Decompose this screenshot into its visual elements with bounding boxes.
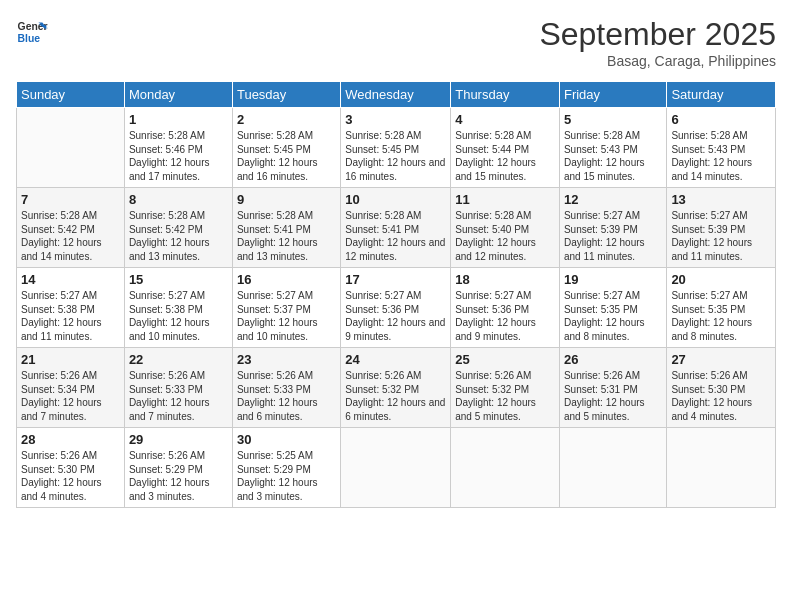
calendar-cell: 9Sunrise: 5:28 AMSunset: 5:41 PMDaylight… (232, 188, 340, 268)
day-number: 8 (129, 192, 228, 207)
calendar-cell (451, 428, 560, 508)
calendar-cell (559, 428, 666, 508)
day-info: Sunrise: 5:28 AMSunset: 5:46 PMDaylight:… (129, 129, 228, 183)
calendar-cell: 22Sunrise: 5:26 AMSunset: 5:33 PMDayligh… (124, 348, 232, 428)
calendar-cell: 14Sunrise: 5:27 AMSunset: 5:38 PMDayligh… (17, 268, 125, 348)
day-info: Sunrise: 5:26 AMSunset: 5:30 PMDaylight:… (21, 449, 120, 503)
day-number: 12 (564, 192, 662, 207)
day-info: Sunrise: 5:26 AMSunset: 5:32 PMDaylight:… (455, 369, 555, 423)
calendar-cell: 10Sunrise: 5:28 AMSunset: 5:41 PMDayligh… (341, 188, 451, 268)
day-number: 11 (455, 192, 555, 207)
day-info: Sunrise: 5:27 AMSunset: 5:38 PMDaylight:… (129, 289, 228, 343)
day-info: Sunrise: 5:28 AMSunset: 5:41 PMDaylight:… (345, 209, 446, 263)
day-info: Sunrise: 5:28 AMSunset: 5:40 PMDaylight:… (455, 209, 555, 263)
day-info: Sunrise: 5:28 AMSunset: 5:45 PMDaylight:… (345, 129, 446, 183)
day-number: 3 (345, 112, 446, 127)
day-number: 25 (455, 352, 555, 367)
day-info: Sunrise: 5:27 AMSunset: 5:38 PMDaylight:… (21, 289, 120, 343)
day-number: 1 (129, 112, 228, 127)
calendar-cell: 6Sunrise: 5:28 AMSunset: 5:43 PMDaylight… (667, 108, 776, 188)
calendar-cell: 15Sunrise: 5:27 AMSunset: 5:38 PMDayligh… (124, 268, 232, 348)
day-number: 29 (129, 432, 228, 447)
calendar-cell: 20Sunrise: 5:27 AMSunset: 5:35 PMDayligh… (667, 268, 776, 348)
title-block: September 2025 Basag, Caraga, Philippine… (539, 16, 776, 69)
calendar-cell: 25Sunrise: 5:26 AMSunset: 5:32 PMDayligh… (451, 348, 560, 428)
day-number: 30 (237, 432, 336, 447)
svg-text:Blue: Blue (18, 33, 41, 44)
day-number: 24 (345, 352, 446, 367)
calendar-week-3: 14Sunrise: 5:27 AMSunset: 5:38 PMDayligh… (17, 268, 776, 348)
day-info: Sunrise: 5:28 AMSunset: 5:44 PMDaylight:… (455, 129, 555, 183)
calendar-week-1: 1Sunrise: 5:28 AMSunset: 5:46 PMDaylight… (17, 108, 776, 188)
logo: General Blue (16, 16, 48, 48)
calendar-cell: 13Sunrise: 5:27 AMSunset: 5:39 PMDayligh… (667, 188, 776, 268)
calendar-week-2: 7Sunrise: 5:28 AMSunset: 5:42 PMDaylight… (17, 188, 776, 268)
day-number: 23 (237, 352, 336, 367)
day-info: Sunrise: 5:26 AMSunset: 5:33 PMDaylight:… (129, 369, 228, 423)
col-header-thursday: Thursday (451, 82, 560, 108)
calendar-cell: 1Sunrise: 5:28 AMSunset: 5:46 PMDaylight… (124, 108, 232, 188)
calendar-cell: 29Sunrise: 5:26 AMSunset: 5:29 PMDayligh… (124, 428, 232, 508)
day-number: 5 (564, 112, 662, 127)
calendar-cell: 21Sunrise: 5:26 AMSunset: 5:34 PMDayligh… (17, 348, 125, 428)
calendar-cell: 16Sunrise: 5:27 AMSunset: 5:37 PMDayligh… (232, 268, 340, 348)
day-number: 19 (564, 272, 662, 287)
calendar-cell: 8Sunrise: 5:28 AMSunset: 5:42 PMDaylight… (124, 188, 232, 268)
day-number: 21 (21, 352, 120, 367)
day-number: 2 (237, 112, 336, 127)
day-info: Sunrise: 5:27 AMSunset: 5:36 PMDaylight:… (455, 289, 555, 343)
col-header-sunday: Sunday (17, 82, 125, 108)
day-info: Sunrise: 5:27 AMSunset: 5:35 PMDaylight:… (564, 289, 662, 343)
day-info: Sunrise: 5:26 AMSunset: 5:29 PMDaylight:… (129, 449, 228, 503)
calendar-cell: 28Sunrise: 5:26 AMSunset: 5:30 PMDayligh… (17, 428, 125, 508)
col-header-friday: Friday (559, 82, 666, 108)
day-number: 16 (237, 272, 336, 287)
col-header-saturday: Saturday (667, 82, 776, 108)
calendar-cell: 4Sunrise: 5:28 AMSunset: 5:44 PMDaylight… (451, 108, 560, 188)
calendar-cell: 17Sunrise: 5:27 AMSunset: 5:36 PMDayligh… (341, 268, 451, 348)
calendar-cell: 7Sunrise: 5:28 AMSunset: 5:42 PMDaylight… (17, 188, 125, 268)
calendar-cell: 26Sunrise: 5:26 AMSunset: 5:31 PMDayligh… (559, 348, 666, 428)
day-number: 20 (671, 272, 771, 287)
calendar-cell: 11Sunrise: 5:28 AMSunset: 5:40 PMDayligh… (451, 188, 560, 268)
location-subtitle: Basag, Caraga, Philippines (539, 53, 776, 69)
calendar-cell: 24Sunrise: 5:26 AMSunset: 5:32 PMDayligh… (341, 348, 451, 428)
calendar-cell: 2Sunrise: 5:28 AMSunset: 5:45 PMDaylight… (232, 108, 340, 188)
day-info: Sunrise: 5:28 AMSunset: 5:42 PMDaylight:… (21, 209, 120, 263)
page-header: General Blue September 2025 Basag, Carag… (16, 16, 776, 69)
month-title: September 2025 (539, 16, 776, 53)
calendar-cell: 19Sunrise: 5:27 AMSunset: 5:35 PMDayligh… (559, 268, 666, 348)
day-info: Sunrise: 5:28 AMSunset: 5:45 PMDaylight:… (237, 129, 336, 183)
day-info: Sunrise: 5:25 AMSunset: 5:29 PMDaylight:… (237, 449, 336, 503)
day-info: Sunrise: 5:27 AMSunset: 5:37 PMDaylight:… (237, 289, 336, 343)
calendar-cell: 3Sunrise: 5:28 AMSunset: 5:45 PMDaylight… (341, 108, 451, 188)
calendar-cell: 5Sunrise: 5:28 AMSunset: 5:43 PMDaylight… (559, 108, 666, 188)
calendar-week-4: 21Sunrise: 5:26 AMSunset: 5:34 PMDayligh… (17, 348, 776, 428)
calendar-cell (17, 108, 125, 188)
calendar-cell (341, 428, 451, 508)
day-info: Sunrise: 5:28 AMSunset: 5:41 PMDaylight:… (237, 209, 336, 263)
day-info: Sunrise: 5:28 AMSunset: 5:43 PMDaylight:… (564, 129, 662, 183)
day-number: 28 (21, 432, 120, 447)
day-number: 17 (345, 272, 446, 287)
day-number: 6 (671, 112, 771, 127)
day-info: Sunrise: 5:27 AMSunset: 5:36 PMDaylight:… (345, 289, 446, 343)
day-info: Sunrise: 5:28 AMSunset: 5:42 PMDaylight:… (129, 209, 228, 263)
col-header-tuesday: Tuesday (232, 82, 340, 108)
day-number: 15 (129, 272, 228, 287)
calendar-cell: 12Sunrise: 5:27 AMSunset: 5:39 PMDayligh… (559, 188, 666, 268)
calendar-header-row: SundayMondayTuesdayWednesdayThursdayFrid… (17, 82, 776, 108)
day-info: Sunrise: 5:26 AMSunset: 5:30 PMDaylight:… (671, 369, 771, 423)
calendar-week-5: 28Sunrise: 5:26 AMSunset: 5:30 PMDayligh… (17, 428, 776, 508)
day-number: 10 (345, 192, 446, 207)
day-number: 9 (237, 192, 336, 207)
logo-icon: General Blue (16, 16, 48, 48)
day-info: Sunrise: 5:26 AMSunset: 5:32 PMDaylight:… (345, 369, 446, 423)
day-number: 7 (21, 192, 120, 207)
day-info: Sunrise: 5:27 AMSunset: 5:39 PMDaylight:… (671, 209, 771, 263)
day-number: 26 (564, 352, 662, 367)
calendar-cell: 30Sunrise: 5:25 AMSunset: 5:29 PMDayligh… (232, 428, 340, 508)
day-info: Sunrise: 5:28 AMSunset: 5:43 PMDaylight:… (671, 129, 771, 183)
calendar-cell: 18Sunrise: 5:27 AMSunset: 5:36 PMDayligh… (451, 268, 560, 348)
day-number: 13 (671, 192, 771, 207)
